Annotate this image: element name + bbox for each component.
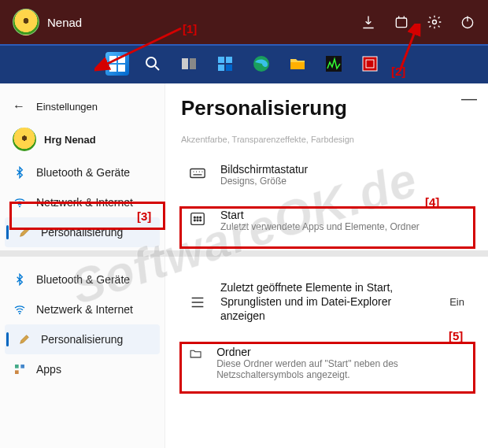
row-touch-keyboard[interactable]: Bildschirmtastatur Designs, Größe bbox=[181, 152, 472, 198]
edge-icon[interactable] bbox=[249, 51, 274, 76]
svg-point-22 bbox=[197, 217, 198, 218]
start-button[interactable] bbox=[105, 52, 129, 76]
settings-sidebar: ← Einstellungen Hrg Nenad Bluetooth & Ge… bbox=[0, 83, 165, 250]
sidebar-user-label: Hrg Nenad bbox=[44, 134, 96, 146]
svg-rect-4 bbox=[182, 58, 188, 69]
wifi-icon bbox=[13, 302, 27, 317]
svg-rect-7 bbox=[226, 57, 232, 63]
back-arrow-icon: ← bbox=[13, 99, 25, 113]
user-avatar[interactable] bbox=[13, 9, 39, 35]
nav-bluetooth-2[interactable]: Bluetooth & Geräte bbox=[0, 265, 165, 294]
explorer-icon[interactable] bbox=[285, 51, 310, 76]
row-recent[interactable]: Zuletzt geöffnete Elemente in Start, Spr… bbox=[181, 269, 472, 335]
taskbar bbox=[0, 44, 488, 83]
start-grid-icon bbox=[189, 210, 206, 228]
nav-network-2[interactable]: Netzwerk & Internet bbox=[0, 294, 165, 324]
settings-sidebar-lower: Bluetooth & Geräte Netzwerk & Internet P… bbox=[0, 257, 165, 448]
folder-icon bbox=[189, 347, 202, 365]
svg-point-25 bbox=[197, 220, 198, 221]
svg-rect-20 bbox=[191, 213, 205, 225]
start-menu-header: Nenad bbox=[0, 0, 488, 44]
user-name-label: Nenad bbox=[47, 16, 82, 29]
task-view-icon[interactable] bbox=[176, 51, 201, 76]
library-icon[interactable] bbox=[394, 14, 409, 30]
svg-rect-5 bbox=[190, 58, 196, 69]
svg-rect-13 bbox=[363, 57, 377, 71]
row-folders-title: Ordner bbox=[216, 346, 464, 358]
row-recent-title: Zuletzt geöffnete Elemente in Start, Spr… bbox=[220, 280, 427, 324]
back-label: Einstellungen bbox=[36, 101, 98, 113]
svg-rect-12 bbox=[326, 56, 342, 72]
gear-icon[interactable] bbox=[427, 14, 442, 30]
app-icon-green[interactable] bbox=[321, 51, 346, 76]
nav-apps-label-2: Apps bbox=[36, 363, 61, 376]
wifi-icon bbox=[13, 195, 27, 209]
nav-network-label-2: Netzwerk & Internet bbox=[36, 303, 133, 316]
brush-icon bbox=[17, 225, 31, 239]
svg-point-27 bbox=[19, 313, 20, 314]
widgets-icon[interactable] bbox=[213, 51, 238, 76]
nav-apps-2[interactable]: Apps bbox=[0, 354, 165, 384]
svg-rect-19 bbox=[190, 169, 205, 178]
svg-rect-30 bbox=[15, 370, 19, 374]
svg-rect-9 bbox=[226, 65, 232, 71]
nav-personalization-label: Personalisierung bbox=[41, 226, 123, 239]
row-folders[interactable]: Ordner Diese Ordner werden auf "Start" n… bbox=[181, 335, 472, 391]
settings-window: ← Einstellungen Hrg Nenad Bluetooth & Ge… bbox=[0, 83, 488, 448]
row-start[interactable]: Start Zuletzt verwendete Apps und Elemen… bbox=[181, 198, 472, 243]
nav-bluetooth-label-2: Bluetooth & Geräte bbox=[36, 273, 130, 286]
row-recent-toggle-label: Ein bbox=[449, 296, 464, 308]
app-icon-red[interactable] bbox=[357, 51, 383, 76]
settings-main-panel: — Personalisierung Akzentfarbe, Transpar… bbox=[165, 83, 488, 250]
header-actions bbox=[360, 14, 475, 30]
row-touch-keyboard-sub: Designs, Größe bbox=[220, 176, 308, 187]
page-title: Personalisierung bbox=[181, 96, 472, 120]
row-folders-sub: Diese Ordner werden auf "Start" neben de… bbox=[216, 358, 464, 380]
svg-rect-8 bbox=[218, 65, 224, 71]
apps-icon bbox=[13, 362, 27, 376]
nav-network[interactable]: Netzwerk & Internet bbox=[0, 187, 165, 217]
nav-personalization-2[interactable]: Personalisierung bbox=[5, 324, 160, 354]
sidebar-avatar-icon bbox=[13, 128, 36, 151]
download-icon[interactable] bbox=[360, 14, 376, 30]
search-icon[interactable] bbox=[140, 51, 165, 76]
row-start-title: Start bbox=[220, 209, 420, 221]
nav-personalization[interactable]: Personalisierung bbox=[5, 217, 160, 247]
nav-personalization-label-2: Personalisierung bbox=[41, 333, 123, 346]
row-start-sub: Zuletzt verwendete Apps und Elemente, Or… bbox=[220, 221, 420, 232]
bluetooth-icon bbox=[13, 272, 27, 287]
sidebar-user[interactable]: Hrg Nenad bbox=[0, 121, 165, 157]
list-icon bbox=[189, 294, 206, 311]
panel-divider bbox=[0, 250, 488, 257]
svg-point-23 bbox=[200, 217, 201, 218]
brush-icon bbox=[17, 332, 31, 346]
nav-bluetooth-label: Bluetooth & Geräte bbox=[36, 166, 130, 179]
nav-network-label: Netzwerk & Internet bbox=[36, 196, 133, 209]
minimize-button[interactable]: — bbox=[461, 90, 477, 108]
svg-point-26 bbox=[200, 220, 201, 221]
svg-rect-28 bbox=[15, 365, 19, 368]
bluetooth-icon bbox=[13, 165, 27, 180]
nav-bluetooth[interactable]: Bluetooth & Geräte bbox=[0, 157, 165, 187]
svg-rect-0 bbox=[396, 18, 406, 28]
keyboard-icon bbox=[189, 165, 206, 182]
svg-rect-6 bbox=[218, 57, 224, 63]
svg-point-15 bbox=[19, 205, 20, 207]
svg-point-24 bbox=[194, 220, 195, 221]
power-icon[interactable] bbox=[460, 14, 475, 30]
back-button[interactable]: ← Einstellungen bbox=[0, 91, 165, 121]
svg-rect-11 bbox=[290, 62, 305, 69]
settings-main-panel-lower: Zuletzt geöffnete Elemente in Start, Spr… bbox=[165, 257, 488, 448]
svg-point-21 bbox=[194, 217, 195, 218]
row-touch-keyboard-title: Bildschirmtastatur bbox=[220, 163, 308, 176]
svg-point-3 bbox=[146, 57, 156, 67]
svg-point-1 bbox=[433, 20, 437, 24]
faint-subtitle: Akzentfarbe, Transparenzeffekte, Farbdes… bbox=[181, 135, 472, 144]
svg-rect-29 bbox=[20, 365, 24, 368]
